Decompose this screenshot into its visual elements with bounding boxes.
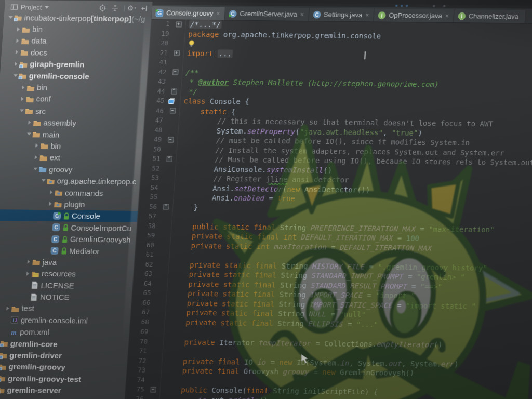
code-text: /** [182, 68, 200, 77]
tree-item-GremlinGroovysh[interactable]: CGremlinGroovysh [0, 232, 137, 245]
chevron-right-icon[interactable] [20, 84, 27, 90]
fold-marker-icon[interactable]: − [150, 387, 156, 392]
chevron-down-icon[interactable] [39, 178, 47, 184]
tree-item-label: giraph-gremlin [30, 60, 85, 69]
tree-item-data[interactable]: data [2, 35, 150, 48]
tab-OpProcessor.java[interactable]: IOpProcessor.java× [374, 8, 455, 22]
line-number: 21 [149, 48, 170, 58]
tree-item-java[interactable]: java [0, 256, 135, 269]
tab-Console.groovy[interactable]: GConsole.groovy× [151, 6, 225, 20]
tree-item-gremlin-console[interactable]: gremlin-console [0, 70, 148, 83]
close-tab-icon[interactable]: × [445, 12, 449, 19]
line-number: 41 [148, 58, 169, 68]
tab-Settings.java[interactable]: CSettings.java× [309, 8, 375, 21]
tree-item-gremlin-core[interactable]: gremlin-core [0, 337, 129, 350]
gutter [164, 125, 179, 135]
tree-item-bin[interactable]: bin [0, 81, 147, 94]
chevron-right-icon[interactable] [33, 142, 41, 149]
chevron-right-icon[interactable] [47, 201, 54, 207]
close-tab-icon[interactable]: × [365, 11, 369, 19]
chevron-down-icon[interactable] [18, 108, 25, 114]
chevron-down-icon[interactable] [11, 72, 19, 78]
tree-item-NOTICE[interactable]: NOTICE [0, 290, 132, 303]
tree-item-Mediator[interactable]: CMediator [0, 244, 136, 257]
gutter [167, 77, 182, 87]
gutter [145, 394, 160, 399]
fold-marker-icon[interactable]: − [172, 70, 178, 75]
tree-item-bin[interactable]: bin [3, 23, 151, 36]
locate-icon[interactable] [98, 4, 107, 12]
gutter [162, 164, 176, 174]
fold-marker-icon[interactable]: − [169, 108, 176, 114]
chevron-right-icon[interactable] [19, 96, 26, 102]
chevron-right-icon[interactable] [12, 61, 20, 67]
module-folder-icon [0, 374, 7, 382]
tree-item-assembly[interactable]: assembly [0, 116, 144, 129]
tree-item-gremlin-groovy[interactable]: gremlin-groovy [0, 361, 127, 374]
line-number: 49 [143, 135, 164, 144]
tree-item-resources[interactable]: resources [0, 268, 134, 281]
module-folder-icon [0, 385, 6, 394]
chevron-right-icon[interactable] [4, 305, 11, 311]
panel-title: Project [21, 3, 42, 11]
chevron-right-icon[interactable] [26, 119, 33, 125]
dropdown-arrow-icon[interactable] [43, 3, 51, 11]
gutter [166, 96, 181, 106]
chevron-right-icon[interactable] [25, 259, 32, 265]
tree-item-giraph-gremlin[interactable]: giraph-gremlin [1, 58, 149, 71]
tree-item-plugin[interactable]: plugin [0, 197, 139, 210]
chevron-down-icon[interactable] [32, 166, 39, 172]
tree-item-commands[interactable]: commands [0, 186, 140, 199]
gutter [147, 375, 161, 385]
folder-icon [20, 48, 29, 57]
fold-marker-icon[interactable]: + [176, 21, 182, 27]
svg-text:C: C [53, 236, 58, 242]
tree-item-pom.xml[interactable]: mpom.xml [0, 326, 130, 339]
tree-item-docs[interactable]: docs [1, 46, 149, 59]
fold-marker-icon[interactable]: ^ [166, 156, 172, 162]
tree-item-label: assembly [43, 118, 77, 127]
tab-GremlinServer.java[interactable]: CGremlinServer.java× [225, 7, 310, 21]
fold-marker-icon[interactable]: ^ [163, 204, 169, 210]
chevron-right-icon[interactable] [48, 189, 55, 195]
line-number: 71 [128, 346, 149, 356]
chevron-right-icon[interactable] [14, 37, 21, 44]
fold-marker-icon[interactable]: ^ [171, 89, 177, 95]
chevron-right-icon[interactable] [14, 49, 21, 56]
tree-item-src[interactable]: src [0, 104, 145, 117]
chevron-down-icon[interactable] [7, 14, 14, 20]
tree-item-groovy[interactable]: groovy [0, 163, 141, 176]
tree-item-LICENSE[interactable]: LICENSE [0, 279, 133, 292]
tree-item-gremlin-driver[interactable]: gremlin-driver [0, 349, 128, 362]
chevron-right-icon[interactable] [32, 154, 39, 161]
tree-item-label: GremlinGroovysh [70, 235, 131, 244]
fold-marker-icon[interactable]: − [167, 137, 174, 142]
tree-item-ext[interactable]: ext [0, 151, 142, 164]
tree-item-Console[interactable]: CConsole [0, 209, 138, 222]
hide-panel-icon[interactable] [139, 4, 148, 12]
chevron-right-icon[interactable] [24, 271, 32, 277]
chevron-right-icon[interactable] [15, 26, 22, 32]
tree-item-org.apache.tinkerpop.c[interactable]: org.apache.tinkerpop.c [0, 174, 140, 187]
collapse-all-icon[interactable] [111, 4, 119, 12]
tree-item-path: (~/g [131, 14, 145, 23]
tree-item-incubator-tinkerpop[interactable]: incubator-tinkerpop [tinkerpop] (~/g [4, 11, 152, 24]
tree-item-test[interactable]: test [0, 302, 131, 315]
tree-item-bin[interactable]: bin [0, 139, 143, 152]
tree-item-label: ConsoleImportCu [71, 223, 132, 232]
gear-icon[interactable]: ⚙ [127, 4, 136, 12]
gutter [154, 269, 168, 279]
tree-item-gremlin-console.iml[interactable]: IJgremlin-console.iml [0, 314, 131, 327]
fold-marker-icon[interactable]: + [174, 50, 180, 56]
tree-item-gremlin-server[interactable]: gremlin-server [0, 383, 126, 396]
module-folder-icon [14, 13, 23, 21]
chevron-down-icon[interactable] [25, 131, 33, 137]
line-number: 73 [127, 365, 148, 375]
tree-item-ConsoleImportCu[interactable]: CConsoleImportCu [0, 221, 137, 234]
tree-item-main[interactable]: main [0, 128, 144, 141]
tree-item-conf[interactable]: conf [0, 93, 146, 106]
tab-Channelizer.java[interactable]: IChannelizer.java [454, 9, 526, 23]
tree-item-gremlin-groovy-test[interactable]: gremlin-groovy-test [0, 372, 127, 385]
close-tab-icon[interactable]: × [216, 10, 220, 17]
close-tab-icon[interactable]: × [300, 10, 304, 18]
